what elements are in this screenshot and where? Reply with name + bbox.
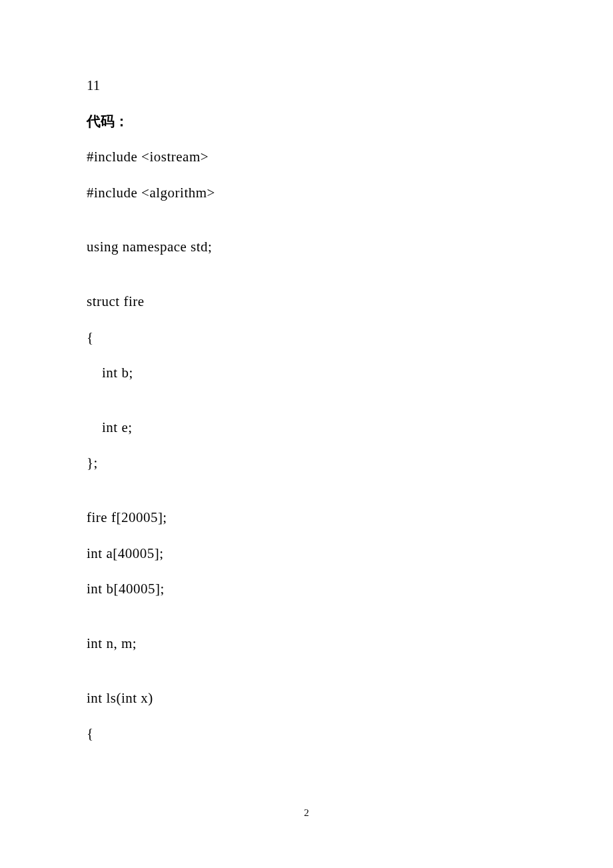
code-line: int b[40005]; xyxy=(87,581,526,598)
code-line: int n, m; xyxy=(87,635,526,653)
code-line: #include <iostream> xyxy=(87,149,526,166)
blank-line xyxy=(87,275,526,293)
text-line: 11 xyxy=(87,77,526,95)
code-line: struct fire xyxy=(87,293,526,311)
blank-line xyxy=(87,401,526,419)
code-line: #include <algorithm> xyxy=(87,185,526,202)
section-heading-code: 代码： xyxy=(87,113,526,131)
code-line: fire f[20005]; xyxy=(87,509,526,527)
code-line: int e; xyxy=(87,419,526,437)
code-line: using namespace std; xyxy=(87,239,526,256)
document-page: 11 代码： #include <iostream> #include <alg… xyxy=(0,0,613,868)
blank-line xyxy=(87,671,526,690)
code-line: int ls(int x) xyxy=(87,690,526,707)
code-line: }; xyxy=(87,455,526,472)
code-line: { xyxy=(87,329,526,347)
code-line: int a[40005]; xyxy=(87,545,526,563)
code-line: { xyxy=(87,725,526,743)
blank-line xyxy=(87,617,526,635)
code-line: int b; xyxy=(87,365,526,382)
blank-line xyxy=(87,491,526,509)
page-number: 2 xyxy=(0,807,613,819)
blank-line xyxy=(87,220,526,239)
